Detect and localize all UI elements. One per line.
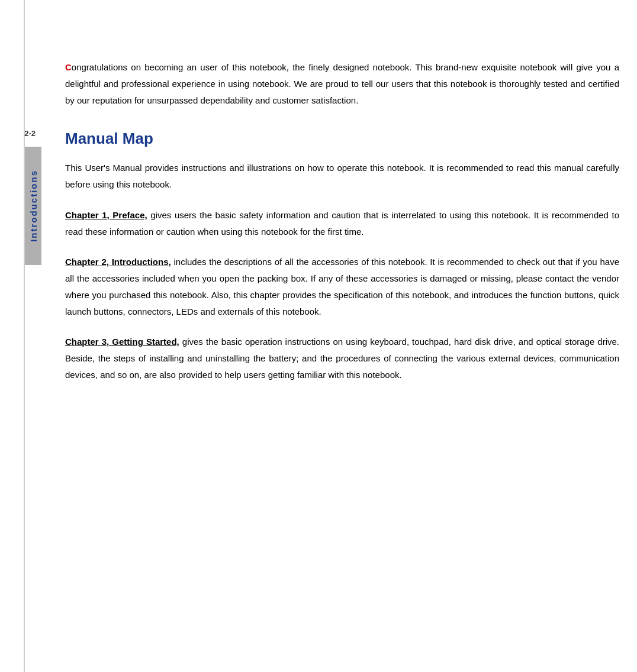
sidebar-tab-label: Introductions bbox=[28, 170, 38, 242]
chapter-1-text: gives users the basic safety information… bbox=[65, 210, 619, 237]
page-number: 2-2 bbox=[24, 129, 36, 138]
chapter-1-paragraph: Chapter 1, Preface, gives users the basi… bbox=[65, 207, 619, 240]
chapter-3-paragraph: Chapter 3, Getting Started, gives the ba… bbox=[65, 334, 619, 383]
chapter-3-ref: Chapter 3, Getting Started, bbox=[65, 337, 179, 347]
vertical-divider bbox=[24, 0, 25, 672]
main-content: Congratulations on becoming an user of t… bbox=[41, 0, 637, 672]
left-margin: 2-2 Introductions bbox=[0, 0, 41, 672]
sidebar-tab: Introductions bbox=[25, 147, 41, 265]
drop-cap: C bbox=[65, 62, 72, 72]
chapter-2-paragraph: Chapter 2, Introductions, includes the d… bbox=[65, 254, 619, 319]
intro-paragraph: Congratulations on becoming an user of t… bbox=[65, 59, 619, 108]
manual-map-intro: This User's Manual provides instructions… bbox=[65, 160, 619, 193]
chapter-1-ref: Chapter 1, Preface, bbox=[65, 210, 147, 220]
chapter-2-ref: Chapter 2, Introductions, bbox=[65, 257, 171, 267]
section-title-manual-map: Manual Map bbox=[65, 130, 619, 148]
intro-text: ongratulations on becoming an user of th… bbox=[65, 62, 619, 105]
